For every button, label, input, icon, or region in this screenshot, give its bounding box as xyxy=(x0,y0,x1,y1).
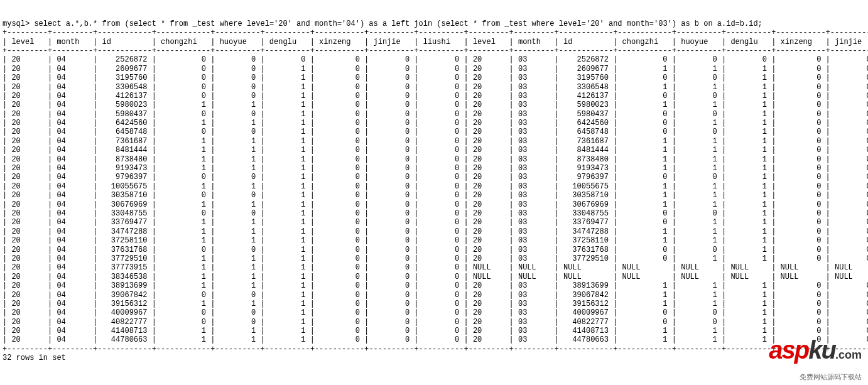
mysql-prompt: mysql> select a.*,b.* from (select * fro… xyxy=(3,19,762,28)
terminal-output: mysql> select a.*,b.* from (select * fro… xyxy=(0,18,868,364)
row-count: 32 rows in set xyxy=(3,354,66,362)
